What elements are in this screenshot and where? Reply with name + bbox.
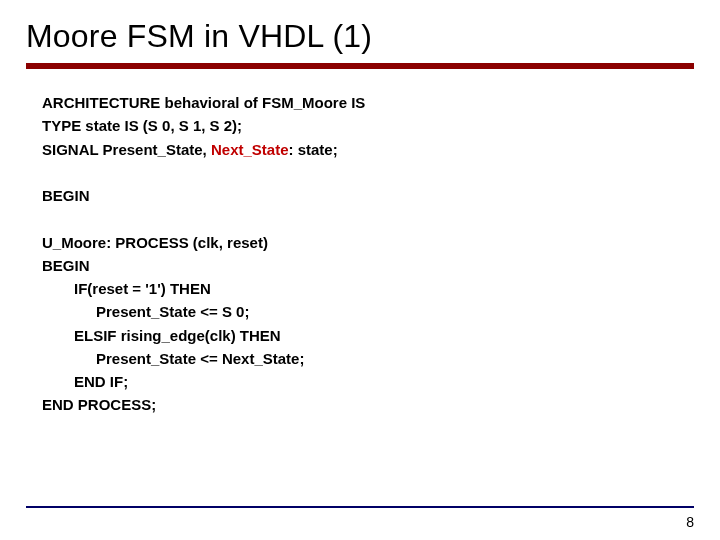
code-line: TYPE state IS (S 0, S 1, S 2); xyxy=(42,114,694,137)
code-text: : state; xyxy=(289,141,338,158)
code-line: ARCHITECTURE behavioral of FSM_Moore IS xyxy=(42,91,694,114)
footer-rule xyxy=(26,506,694,508)
title-underline xyxy=(26,63,694,69)
code-highlight: Next_State xyxy=(211,141,289,158)
code-line: Present_State <= S 0; xyxy=(42,300,694,323)
code-line: BEGIN xyxy=(42,184,694,207)
blank-line xyxy=(42,207,694,230)
code-line: IF(reset = '1') THEN xyxy=(42,277,694,300)
code-line: BEGIN xyxy=(42,254,694,277)
code-line: END IF; xyxy=(42,370,694,393)
code-block: ARCHITECTURE behavioral of FSM_Moore IS … xyxy=(26,91,694,417)
blank-line xyxy=(42,161,694,184)
page-number: 8 xyxy=(686,514,694,530)
code-line: Present_State <= Next_State; xyxy=(42,347,694,370)
code-line: U_Moore: PROCESS (clk, reset) xyxy=(42,231,694,254)
slide: Moore FSM in VHDL (1) ARCHITECTURE behav… xyxy=(0,0,720,540)
code-line: ELSIF rising_edge(clk) THEN xyxy=(42,324,694,347)
code-line: END PROCESS; xyxy=(42,393,694,416)
code-line: SIGNAL Present_State, Next_State: state; xyxy=(42,138,694,161)
code-text: SIGNAL Present_State, xyxy=(42,141,211,158)
slide-title: Moore FSM in VHDL (1) xyxy=(26,18,694,55)
